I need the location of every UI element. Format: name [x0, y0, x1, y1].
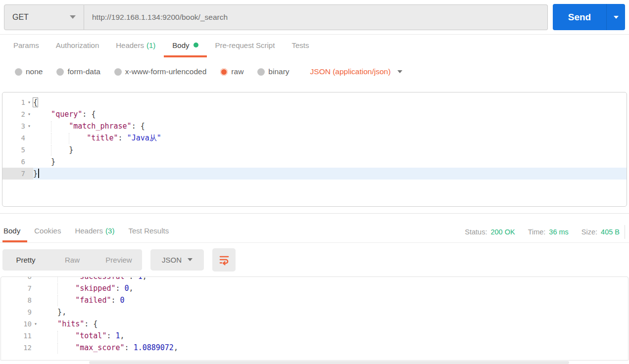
token: 1 — [116, 331, 120, 340]
h-scrollbar-thumb[interactable] — [89, 361, 569, 364]
code-text: "total": 1, — [40, 330, 628, 342]
tab-headers[interactable]: Headers(1) — [107, 35, 164, 57]
indent-guide — [33, 133, 51, 144]
code-line[interactable]: 6"successful": 1, — [1, 276, 628, 282]
view-toggle-preview[interactable]: Preview — [96, 249, 142, 271]
response-body-editor[interactable]: 6"successful": 1,7"skipped": 0,8"failed"… — [0, 276, 629, 361]
radio-form-data[interactable]: form-data — [56, 67, 100, 76]
fold-caret-icon[interactable]: ▾ — [25, 108, 33, 120]
time-label: Time: — [528, 228, 546, 236]
code-line[interactable]: 6} — [2, 156, 627, 168]
token: : — [129, 276, 138, 281]
radio-label: binary — [268, 67, 289, 76]
radio-circle-icon — [114, 68, 122, 76]
tab-count-badge: (1) — [146, 41, 155, 49]
view-toggle-pretty[interactable]: Pretty — [2, 249, 49, 271]
token: : { — [132, 122, 145, 131]
token: : — [125, 343, 134, 352]
tab-label: Test Results — [128, 227, 169, 235]
tab-body[interactable]: Body — [2, 221, 27, 242]
tab-count-badge: (3) — [105, 227, 114, 235]
size-value: 405 B — [601, 228, 620, 236]
token: 1.0889072 — [134, 343, 174, 352]
code-line[interactable]: 2▾"query": { — [2, 108, 627, 120]
code-line[interactable]: 11"total": 1, — [1, 330, 628, 342]
code-text: "max_score": 1.0889072, — [40, 342, 628, 354]
tab-headers[interactable]: Headers(3) — [68, 221, 121, 242]
url-input[interactable] — [92, 13, 539, 22]
tab-label: Authorization — [56, 41, 99, 49]
line-number: 7 — [1, 282, 40, 294]
token: , — [120, 331, 125, 340]
code-line[interactable]: 7"skipped": 0, — [1, 282, 628, 294]
token: , — [129, 284, 134, 293]
body-type-options: noneform-datax-www-form-urlencodedrawbin… — [0, 57, 629, 86]
indent-guide — [51, 121, 69, 132]
wrap-lines-button[interactable] — [212, 248, 236, 272]
tab-tests[interactable]: Tests — [283, 35, 317, 57]
indent-guide — [40, 331, 57, 342]
indent-guide — [40, 295, 57, 306]
line-number: 12 — [1, 342, 40, 354]
radio-x-www-form-urlencoded[interactable]: x-www-form-urlencoded — [114, 67, 207, 76]
code-line[interactable]: 5} — [2, 144, 627, 156]
h-scrollbar[interactable] — [0, 361, 629, 364]
line-number-text: 10 — [23, 318, 32, 330]
code-line[interactable]: 3▾"match_phrase": { — [2, 120, 627, 132]
line-number-text: 8 — [28, 294, 32, 306]
token: "Java从" — [127, 134, 161, 142]
line-number: 4 — [2, 132, 33, 144]
method-select[interactable]: GET — [4, 4, 84, 30]
indent-guide — [57, 283, 75, 294]
radio-raw[interactable]: raw — [220, 67, 243, 76]
tab-params[interactable]: Params — [5, 35, 48, 57]
code-line[interactable]: 7} — [2, 168, 627, 180]
tab-body[interactable]: Body — [164, 35, 206, 57]
code-line[interactable]: 1▾{ — [2, 96, 627, 108]
code-line[interactable]: 8"failed": 0 — [1, 294, 628, 306]
send-button[interactable]: Send — [553, 4, 606, 30]
code-line[interactable]: 10▾"hits": { — [1, 318, 628, 330]
section-divider — [0, 213, 629, 214]
tab-pre-request-script[interactable]: Pre-request Script — [207, 35, 284, 57]
text-cursor — [38, 169, 39, 178]
indent-guide — [40, 276, 57, 282]
token: : — [111, 296, 120, 305]
code-text: "title": "Java从" — [33, 132, 627, 144]
tab-test-results[interactable]: Test Results — [121, 221, 176, 242]
view-toggle-group: PrettyRawPreview — [2, 249, 142, 271]
line-number-text: 5 — [21, 144, 25, 156]
tab-authorization[interactable]: Authorization — [48, 35, 108, 57]
format-select[interactable]: JSON — [150, 249, 204, 271]
token: } — [51, 157, 55, 166]
fold-caret-icon[interactable]: ▾ — [25, 120, 33, 132]
fold-caret-icon[interactable]: ▾ — [32, 318, 40, 330]
indent-guide — [51, 145, 69, 156]
token: : { — [84, 319, 97, 328]
url-field-wrap — [84, 4, 548, 30]
tab-cookies[interactable]: Cookies — [27, 221, 68, 242]
token: , — [174, 343, 178, 352]
content-type-select[interactable]: JSON (application/json) — [310, 67, 403, 76]
radio-none[interactable]: none — [15, 67, 43, 76]
indent-guide — [69, 133, 87, 144]
radio-circle-icon — [56, 68, 64, 76]
view-toggle-raw[interactable]: Raw — [49, 249, 96, 271]
fold-caret-icon[interactable]: ▾ — [25, 96, 33, 108]
request-body-editor[interactable]: 1▾{2▾"query": {3▾"match_phrase": {4"titl… — [2, 92, 627, 207]
response-header: BodyCookiesHeaders(3)Test Results Status… — [0, 221, 629, 243]
chevron-down-icon — [614, 16, 619, 19]
radio-circle-icon — [257, 68, 265, 76]
code-text: "hits": { — [40, 318, 628, 330]
unsaved-dot-icon — [194, 43, 198, 47]
code-line[interactable]: 12"max_score": 1.0889072, — [1, 342, 628, 354]
chevron-down-icon — [70, 15, 76, 19]
radio-binary[interactable]: binary — [257, 67, 289, 76]
token: 0 — [125, 284, 129, 293]
send-options-button[interactable] — [606, 4, 625, 30]
code-line[interactable]: 4"title": "Java从" — [2, 132, 627, 144]
indent-guide — [40, 319, 57, 330]
request-bar: GET Send — [0, 0, 629, 35]
code-line[interactable]: 9}, — [1, 306, 628, 318]
indent-guide — [57, 295, 75, 306]
